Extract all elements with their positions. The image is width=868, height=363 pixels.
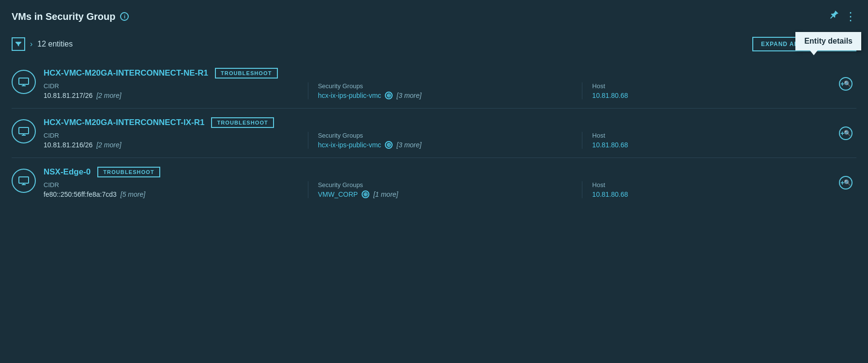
toolbar: › 12 entities EXPAND ALL COLLA... Entity… [12,37,856,51]
toolbar-left: › 12 entities [12,37,73,51]
sg-label-vm1: Security Groups [318,82,573,90]
host-value-vm3: 10.81.80.68 [592,190,847,198]
cidr-more-vm2[interactable]: [2 more] [96,141,121,149]
svg-rect-0 [19,78,29,84]
cidr-col-vm1: CIDR 10.81.81.217/26 [2 more] [44,82,308,99]
sg-add-icon-vm3[interactable]: ⊕ [362,190,369,198]
host-label-vm3: Host [592,181,847,189]
zoom-icon-vm2[interactable]: 🔍 [839,126,853,140]
host-label-vm1: Host [592,82,847,90]
sg-col-vm3: Security Groups VMW_CORP ⊕ [1 more] [318,181,583,198]
sg-col-vm1: Security Groups hcx-ix-ips-public-vmc ⊕ … [318,82,583,99]
toolbar-right: EXPAND ALL COLLA... Entity details [752,37,856,51]
vm-icon-vm3 [12,169,36,193]
troubleshoot-button-vm3[interactable]: TROUBLESHOOT [97,167,160,177]
svg-rect-2 [19,177,29,183]
vm-body-vm3: NSX-Edge-0 TROUBLESHOOT CIDR fe80::250:5… [44,167,856,198]
sg-link-vm1[interactable]: hcx-ix-ips-public-vmc [318,92,381,99]
host-ip-vm2[interactable]: 10.81.80.68 [592,141,628,149]
more-menu-icon[interactable]: ⋮ [845,10,856,23]
troubleshoot-button-vm2[interactable]: TROUBLESHOOT [211,117,274,128]
expand-chevron[interactable]: › [30,40,32,48]
info-icon[interactable]: i [120,12,129,21]
header-left: VMs in Security Group i [12,11,129,22]
header: VMs in Security Group i ⋮ [12,10,856,23]
cidr-value-vm3: fe80::250:56ff:fe8a:7cd3 [5 more] [44,190,298,198]
vm-name-vm3[interactable]: NSX-Edge-0 [44,167,91,177]
sg-label-vm3: Security Groups [318,181,573,189]
entities-count: 12 entities [37,40,73,48]
cidr-label-vm1: CIDR [44,82,298,90]
pin-icon[interactable] [828,10,839,23]
host-ip-vm3[interactable]: 10.81.80.68 [592,190,628,198]
host-col-vm2: Host 10.81.80.68 [592,132,856,149]
sg-label-vm2: Security Groups [318,132,573,139]
zoom-icon-vm3[interactable]: 🔍 [839,176,853,189]
entity-details-tooltip: Entity details [795,32,861,50]
vm-details-row-vm2: CIDR 10.81.81.216/26 [2 more] Security G… [44,132,856,149]
sg-value-vm3: VMW_CORP ⊕ [1 more] [318,190,573,198]
cidr-col-vm3: CIDR fe80::250:56ff:fe8a:7cd3 [5 more] [44,181,308,198]
vm-body-vm1: HCX-VMC-M20GA-INTERCONNECT-NE-R1 TROUBLE… [44,68,856,99]
vm-name-vm2[interactable]: HCX-VMC-M20GA-INTERCONNECT-IX-R1 [44,118,204,127]
sg-more-vm2[interactable]: [3 more] [396,141,421,149]
zoom-icon-vm1[interactable]: 🔍 [839,77,853,91]
sg-col-vm2: Security Groups hcx-ix-ips-public-vmc ⊕ … [318,132,583,149]
sg-add-icon-vm1[interactable]: ⊕ [385,92,393,99]
sg-value-vm1: hcx-ix-ips-public-vmc ⊕ [3 more] [318,92,573,99]
host-value-vm1: 10.81.80.68 [592,92,847,99]
host-value-vm2: 10.81.80.68 [592,141,847,149]
vm-title-row-vm3: NSX-Edge-0 TROUBLESHOOT [44,167,856,177]
vm-details-row-vm1: CIDR 10.81.81.217/26 [2 more] Security G… [44,82,856,99]
sg-link-vm2[interactable]: hcx-ix-ips-public-vmc [318,141,381,149]
cidr-label-vm2: CIDR [44,132,298,139]
host-col-vm3: Host 10.81.80.68 [592,181,856,198]
cidr-more-vm1[interactable]: [2 more] [96,92,121,99]
host-ip-vm1[interactable]: 10.81.80.68 [592,92,628,99]
table-row: HCX-VMC-M20GA-INTERCONNECT-NE-R1 TROUBLE… [12,59,856,109]
filter-button[interactable] [12,37,25,51]
header-actions: ⋮ [828,10,856,23]
vm-title-row-vm1: HCX-VMC-M20GA-INTERCONNECT-NE-R1 TROUBLE… [44,68,856,79]
svg-rect-1 [19,127,29,134]
page-container: VMs in Security Group i ⋮ › 12 entities … [0,0,868,217]
host-col-vm1: Host 10.81.80.68 [592,82,856,99]
sg-value-vm2: hcx-ix-ips-public-vmc ⊕ [3 more] [318,141,573,149]
cidr-col-vm2: CIDR 10.81.81.216/26 [2 more] [44,132,308,149]
troubleshoot-button-vm1[interactable]: TROUBLESHOOT [215,68,277,79]
host-label-vm2: Host [592,132,847,139]
sg-more-vm3[interactable]: [1 more] [373,190,398,198]
cidr-more-vm3[interactable]: [5 more] [121,190,145,198]
vm-name-vm1[interactable]: HCX-VMC-M20GA-INTERCONNECT-NE-R1 [44,68,208,78]
table-row: NSX-Edge-0 TROUBLESHOOT CIDR fe80::250:5… [12,158,856,207]
cidr-value-vm2: 10.81.81.216/26 [2 more] [44,141,298,149]
vm-list: HCX-VMC-M20GA-INTERCONNECT-NE-R1 TROUBLE… [12,59,856,207]
vm-icon-vm2 [12,119,36,143]
sg-add-icon-vm2[interactable]: ⊕ [385,141,393,149]
sg-more-vm1[interactable]: [3 more] [396,92,421,99]
vm-details-row-vm3: CIDR fe80::250:56ff:fe8a:7cd3 [5 more] S… [44,181,856,198]
page-title: VMs in Security Group [12,11,115,22]
cidr-label-vm3: CIDR [44,181,298,189]
vm-body-vm2: HCX-VMC-M20GA-INTERCONNECT-IX-R1 TROUBLE… [44,117,856,149]
vm-title-row-vm2: HCX-VMC-M20GA-INTERCONNECT-IX-R1 TROUBLE… [44,117,856,128]
vm-icon-vm1 [12,70,36,94]
sg-link-vm3[interactable]: VMW_CORP [318,190,358,198]
cidr-value-vm1: 10.81.81.217/26 [2 more] [44,92,298,99]
table-row: HCX-VMC-M20GA-INTERCONNECT-IX-R1 TROUBLE… [12,109,856,158]
